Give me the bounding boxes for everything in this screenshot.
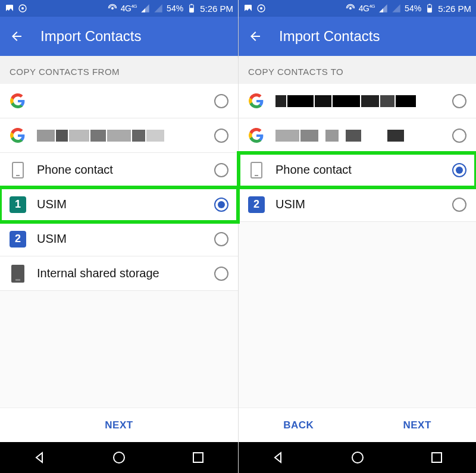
svg-rect-4 xyxy=(190,8,194,12)
hotspot-icon xyxy=(108,4,117,13)
svg-point-10 xyxy=(349,7,352,10)
storage-icon xyxy=(10,265,26,282)
radio[interactable] xyxy=(214,94,228,108)
page-title: Import Contacts xyxy=(40,28,141,45)
action-bar: BACK NEXT xyxy=(239,408,476,442)
list-item-label: Internal shared storage xyxy=(37,267,203,280)
signal2-icon xyxy=(392,4,401,13)
network-label: 4G4G xyxy=(359,4,375,13)
section-label: COPY CONTACTS FROM xyxy=(0,56,238,84)
svg-rect-13 xyxy=(429,4,431,5)
dest-list: Phone contact 2 USIM xyxy=(239,84,476,222)
section-label: COPY CONTACTS TO xyxy=(239,56,476,84)
svg-point-1 xyxy=(21,7,24,10)
nav-bar xyxy=(0,442,238,473)
google-icon xyxy=(10,93,26,109)
svg-rect-7 xyxy=(193,453,203,462)
battery-icon xyxy=(187,4,196,13)
page-title: Import Contacts xyxy=(279,28,380,45)
list-item-label: USIM xyxy=(275,198,441,211)
radio[interactable] xyxy=(214,267,228,281)
list-item-label: USIM xyxy=(37,232,203,246)
google-icon xyxy=(248,127,265,144)
dest-google-2[interactable] xyxy=(239,118,476,153)
redacted-text xyxy=(275,94,441,108)
app-bar: Import Contacts xyxy=(239,17,476,56)
screen-copy-from: 4G4G 54% 5:26 PM Import Contacts COPY CO… xyxy=(0,0,238,473)
nav-bar xyxy=(239,442,476,473)
nav-recent-icon[interactable] xyxy=(191,450,205,465)
sim2-icon: 2 xyxy=(248,196,265,213)
nav-home-icon[interactable] xyxy=(112,450,126,465)
back-button[interactable]: BACK xyxy=(283,419,314,431)
battery-pct: 54% xyxy=(405,4,421,13)
clock: 5:26 PM xyxy=(200,4,233,14)
svg-point-2 xyxy=(111,7,114,10)
signal2-icon xyxy=(154,4,163,13)
svg-point-9 xyxy=(260,7,262,10)
radio[interactable] xyxy=(214,198,228,212)
signal-icon xyxy=(140,4,150,13)
source-usim-2[interactable]: 2 USIM xyxy=(0,222,238,256)
source-list: Phone contact 1 USIM 2 USIM Internal sha… xyxy=(0,84,238,291)
redacted-text xyxy=(37,129,203,143)
google-icon xyxy=(248,93,265,109)
svg-point-6 xyxy=(114,452,124,463)
back-icon[interactable] xyxy=(10,29,24,43)
source-internal-storage[interactable]: Internal shared storage xyxy=(0,256,238,291)
radio[interactable] xyxy=(214,232,228,246)
status-bar: 4G4G 54% 5:26 PM xyxy=(0,0,238,17)
nav-home-icon[interactable] xyxy=(350,450,365,465)
svg-rect-15 xyxy=(432,453,441,462)
redacted-text xyxy=(275,129,441,143)
picture-icon xyxy=(5,4,14,13)
radio[interactable] xyxy=(452,129,466,143)
phone-icon xyxy=(10,162,26,178)
source-google-1[interactable] xyxy=(0,84,238,118)
source-google-2[interactable] xyxy=(0,118,238,153)
sim2-icon: 2 xyxy=(10,231,26,248)
signal-icon xyxy=(378,4,388,13)
google-icon xyxy=(10,127,26,144)
battery-pct: 54% xyxy=(167,4,183,13)
app-bar: Import Contacts xyxy=(0,17,238,56)
dest-phone-contact[interactable]: Phone contact xyxy=(239,153,476,187)
source-usim-1[interactable]: 1 USIM xyxy=(0,187,238,222)
back-icon[interactable] xyxy=(248,29,262,43)
phone-icon xyxy=(248,162,265,178)
source-phone-contact[interactable]: Phone contact xyxy=(0,153,238,187)
action-bar: NEXT xyxy=(0,408,238,442)
clock: 5:26 PM xyxy=(438,4,471,14)
next-button[interactable]: NEXT xyxy=(105,419,133,431)
radio[interactable] xyxy=(214,129,228,143)
screen-copy-to: 4G4G 54% 5:26 PM Import Contacts COPY CO… xyxy=(238,0,476,473)
network-label: 4G4G xyxy=(121,4,137,13)
target-icon xyxy=(18,4,27,13)
dest-google-1[interactable] xyxy=(239,84,476,118)
svg-point-14 xyxy=(352,452,363,463)
list-item-label: USIM xyxy=(37,198,203,211)
radio[interactable] xyxy=(452,163,466,177)
battery-icon xyxy=(425,4,434,13)
nav-back-icon[interactable] xyxy=(33,450,47,465)
radio[interactable] xyxy=(452,94,466,108)
radio[interactable] xyxy=(214,163,228,177)
hotspot-icon xyxy=(346,4,355,13)
nav-recent-icon[interactable] xyxy=(430,450,444,465)
next-button[interactable]: NEXT xyxy=(403,419,431,431)
status-bar: 4G4G 54% 5:26 PM xyxy=(239,0,476,17)
svg-rect-5 xyxy=(191,4,193,5)
picture-icon xyxy=(243,4,253,13)
svg-rect-12 xyxy=(428,8,432,12)
radio[interactable] xyxy=(452,198,466,212)
sim1-icon: 1 xyxy=(10,196,26,213)
list-item-label: Phone contact xyxy=(37,163,203,177)
target-icon xyxy=(256,4,266,13)
nav-back-icon[interactable] xyxy=(271,450,286,465)
dest-usim-2[interactable]: 2 USIM xyxy=(239,187,476,222)
list-item-label: Phone contact xyxy=(275,163,441,177)
